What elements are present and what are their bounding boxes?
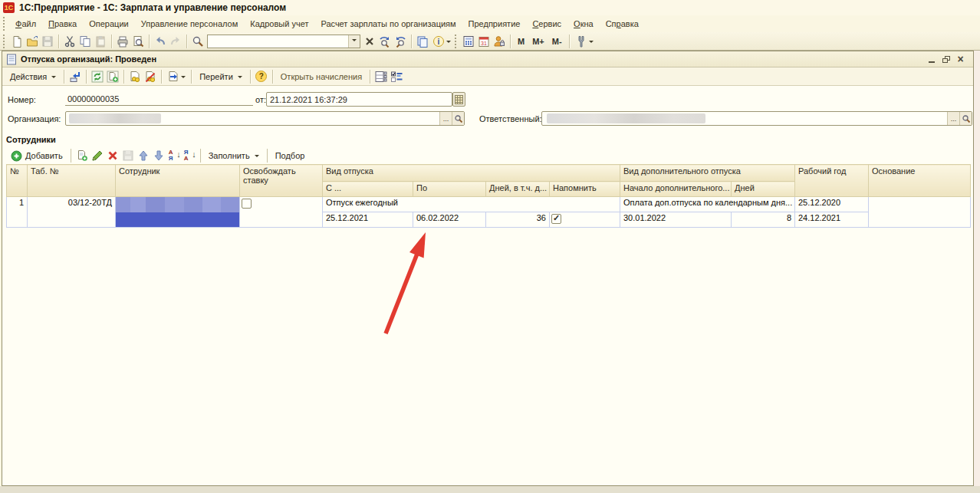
date-value: 21.12.2021 16:37:29: [267, 95, 350, 104]
actions-button[interactable]: Действия: [5, 71, 61, 83]
user-settings-button[interactable]: [492, 33, 507, 49]
fill-button[interactable]: Заполнить: [204, 150, 264, 162]
display-settings-button[interactable]: [389, 68, 404, 84]
minimize-button[interactable]: [926, 54, 937, 64]
responsible-field[interactable]: ...: [541, 111, 972, 126]
info-button[interactable]: i: [430, 33, 453, 49]
chevron-down-icon: [181, 76, 186, 81]
new-document-button[interactable]: [9, 33, 25, 49]
menu-item-edit[interactable]: Правка: [42, 17, 83, 31]
memory-button[interactable]: M: [514, 35, 528, 48]
post-document-icon: [129, 71, 141, 83]
responsible-lookup-button[interactable]: ...: [947, 112, 959, 125]
move-up-button[interactable]: [136, 148, 151, 164]
calendar-button[interactable]: 31: [476, 33, 492, 49]
cell-release-rate[interactable]: [240, 197, 323, 228]
unpost-document-button[interactable]: [143, 68, 158, 84]
cell-tab-num[interactable]: 03/12-20ТД: [28, 197, 116, 228]
cell-vacation-type[interactable]: Отпуск ежегодный: [323, 197, 620, 212]
cell-extra-start[interactable]: 30.01.2022: [620, 212, 732, 228]
calculator-button[interactable]: [461, 33, 476, 49]
menu-item-personnel-records[interactable]: Кадровый учет: [244, 17, 314, 31]
cell-extra-days[interactable]: 8: [732, 212, 795, 228]
menubar-grip[interactable]: [3, 17, 6, 31]
help-button[interactable]: ?: [254, 68, 269, 84]
toolbar-separator: [411, 35, 412, 48]
cell-work-year-first[interactable]: 25.12.2020: [795, 197, 869, 212]
memory-minus-button[interactable]: M-: [548, 35, 566, 48]
menu-item-hr-management[interactable]: Управление персоналом: [135, 17, 245, 31]
menu-item-operations[interactable]: Операции: [83, 17, 134, 31]
remind-checkbox[interactable]: [551, 214, 561, 224]
responsible-search-button[interactable]: [959, 112, 972, 125]
search-dropdown-button[interactable]: [348, 35, 360, 48]
end-edit-button[interactable]: [120, 148, 136, 164]
cell-extra-type[interactable]: Оплата доп.отпуска по календарным дня...: [620, 197, 795, 212]
print-preview-button[interactable]: [130, 33, 146, 49]
move-down-button[interactable]: [151, 148, 166, 164]
cell-basis[interactable]: [869, 197, 971, 228]
cell-num[interactable]: 1: [7, 197, 28, 228]
redo-button[interactable]: [168, 33, 183, 49]
write-and-close-button[interactable]: [67, 68, 83, 84]
add-row-button[interactable]: Добавить: [6, 149, 67, 163]
cell-work-year-second[interactable]: 24.12.2021: [795, 212, 869, 228]
date-field[interactable]: 21.12.2021 16:37:29: [266, 92, 452, 107]
menu-item-enterprise[interactable]: Предприятие: [462, 17, 527, 31]
sort-ascending-button[interactable]: АЯ↓: [166, 148, 182, 164]
post-document-button[interactable]: [127, 68, 143, 84]
cut-button[interactable]: [62, 33, 77, 49]
save-button[interactable]: [40, 33, 55, 49]
undo-button[interactable]: [153, 33, 168, 49]
toolbar-grip[interactable]: [455, 35, 458, 48]
cell-remind[interactable]: [550, 212, 620, 228]
clear-search-button[interactable]: [362, 33, 377, 49]
menu-item-windows[interactable]: Окна: [567, 17, 600, 31]
edit-row-button[interactable]: [90, 148, 105, 164]
release-rate-checkbox[interactable]: [242, 199, 252, 209]
header-date-to: По: [413, 182, 486, 197]
service-settings-button[interactable]: [573, 33, 596, 49]
new-document-icon: [11, 35, 23, 48]
cell-employee[interactable]: [116, 197, 240, 228]
reread-button[interactable]: [90, 68, 105, 84]
restore-button[interactable]: [940, 54, 952, 64]
calculator-icon: [462, 35, 475, 48]
toolbar-grip[interactable]: [3, 35, 6, 48]
organization-field[interactable]: ...: [65, 111, 465, 126]
arrow-up-icon: [137, 150, 150, 162]
menu-item-service[interactable]: Сервис: [526, 17, 567, 31]
open-accruals-button[interactable]: Открыть начисления: [276, 71, 367, 83]
menu-item-payroll-by-organizations[interactable]: Расчет зарплаты по организациям: [314, 17, 462, 31]
search-input[interactable]: [208, 36, 348, 47]
copy-row-button[interactable]: [74, 148, 90, 164]
find-next-button[interactable]: [377, 33, 393, 49]
memory-plus-button[interactable]: M+: [528, 35, 548, 48]
toolbar-separator: [86, 70, 87, 84]
pick-button[interactable]: Подбор: [271, 150, 310, 162]
cell-date-to[interactable]: 06.02.2022: [413, 212, 486, 228]
copy-document-button[interactable]: [105, 68, 120, 84]
menu-item-file[interactable]: Файл: [9, 17, 42, 31]
organization-lookup-button[interactable]: ...: [439, 112, 452, 125]
find-button[interactable]: [190, 33, 206, 49]
delete-row-button[interactable]: [105, 148, 120, 164]
number-field[interactable]: 00000000035: [65, 92, 253, 106]
input-on-basis-button[interactable]: [165, 68, 188, 84]
cell-days[interactable]: 36: [486, 212, 550, 228]
documents-button[interactable]: [415, 33, 430, 49]
open-button[interactable]: [25, 33, 40, 49]
goto-button[interactable]: Перейти: [195, 71, 247, 83]
list-settings-button[interactable]: [373, 68, 389, 84]
calendar-picker-button[interactable]: [452, 92, 465, 107]
print-button[interactable]: [115, 33, 130, 49]
window-title: 1С:Предприятие - 1С: Зарплата и управлен…: [19, 2, 286, 13]
paste-button[interactable]: [93, 33, 108, 49]
find-previous-button[interactable]: [393, 33, 408, 49]
close-button[interactable]: ×: [955, 54, 966, 64]
cell-date-from[interactable]: 25.12.2021: [323, 212, 413, 228]
sort-descending-button[interactable]: ЯА↓: [182, 148, 197, 164]
menu-item-help[interactable]: Справка: [600, 17, 645, 31]
copy-button[interactable]: [77, 33, 93, 49]
organization-search-button[interactable]: [452, 112, 464, 125]
